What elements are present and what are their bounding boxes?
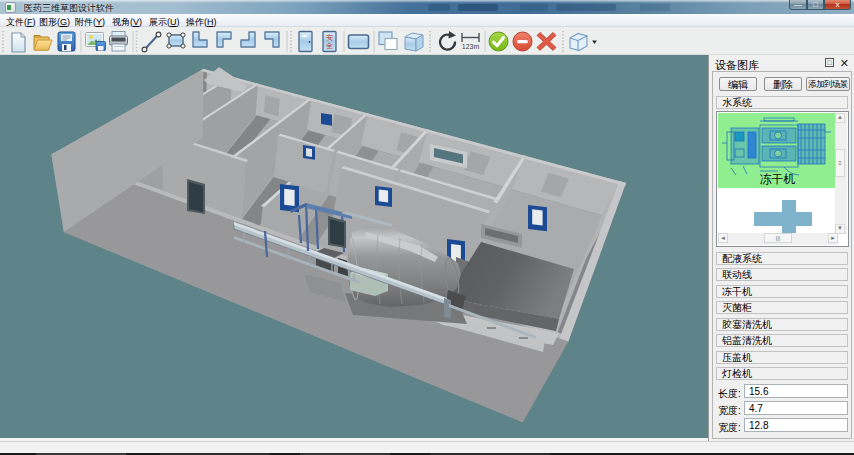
svg-text:安: 安 bbox=[326, 34, 333, 41]
svg-text:全: 全 bbox=[326, 42, 333, 49]
svg-text:123m: 123m bbox=[462, 43, 480, 50]
